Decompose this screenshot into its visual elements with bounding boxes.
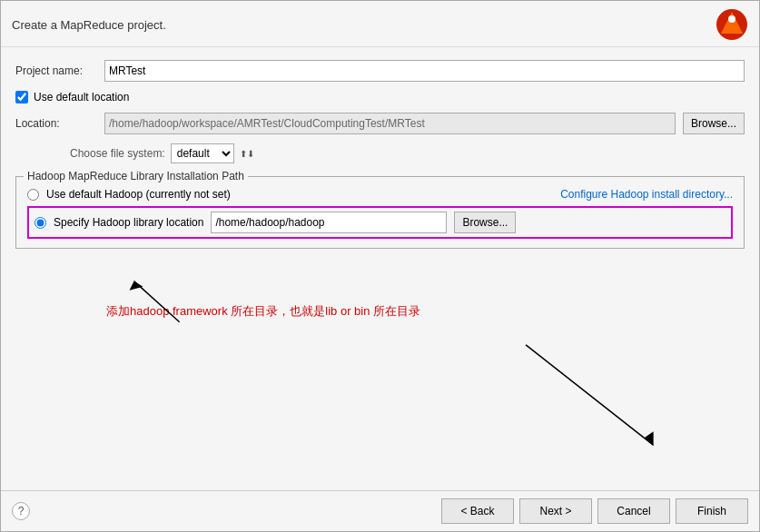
use-default-hadoop-label: Use default Hadoop (currently not set) [46,188,553,201]
radio-specify-hadoop-row: Specify Hadoop library location Browse..… [27,206,733,239]
location-input [104,113,676,134]
footer-buttons: < Back Next > Cancel Finish [441,498,748,524]
filesystem-label: Choose file system: [70,147,165,160]
filesystem-select[interactable]: default hdfs s3 [171,143,234,163]
dialog-footer: ? < Back Next > Cancel Finish [1,490,759,531]
dialog-title: Create a MapReduce project. [12,18,166,32]
location-label: Location: [15,117,97,130]
project-name-input[interactable] [104,60,745,82]
default-location-row: Use default location [15,91,745,103]
use-default-location-label: Use default location [34,91,129,103]
browse-location-button[interactable]: Browse... [683,113,745,134]
use-default-location-checkbox[interactable] [15,91,28,103]
finish-button[interactable]: Finish [676,498,748,524]
project-name-label: Project name: [15,64,97,77]
specify-hadoop-label: Specify Hadoop library location [54,216,203,229]
help-button[interactable]: ? [12,502,30,520]
footer-left: ? [12,502,30,520]
hadoop-path-input[interactable] [211,212,447,233]
dialog-header: Create a MapReduce project. [1,1,759,47]
svg-marker-4 [129,281,143,291]
annotation-arrows [15,267,745,478]
svg-line-5 [526,345,654,445]
group-title: Hadoop MapReduce Library Installation Pa… [24,170,248,182]
project-name-row: Project name: [15,60,745,82]
hadoop-logo-icon [716,8,748,41]
radio-default-hadoop-row: Use default Hadoop (currently not set) C… [27,184,733,204]
back-button[interactable]: < Back [441,498,514,524]
svg-marker-6 [645,431,654,445]
filesystem-spinner-icon: ⬆⬇ [240,149,254,159]
location-row: Location: Browse... [15,113,745,134]
configure-hadoop-link[interactable]: Configure Hadoop install directory... [560,188,733,201]
next-button[interactable]: Next > [519,498,592,524]
cancel-button[interactable]: Cancel [597,498,670,524]
annotation-text: 添加hadoop framework 所在目录，也就是lib or bin 所在… [106,303,420,320]
create-mapreduce-dialog: Create a MapReduce project. Project name… [0,0,760,532]
svg-point-2 [728,15,735,23]
dialog-content: Project name: Use default location Locat… [1,47,759,490]
specify-hadoop-radio[interactable] [35,217,46,229]
annotation-area: 添加hadoop framework 所在目录，也就是lib or bin 所在… [15,267,745,478]
use-default-hadoop-radio[interactable] [27,189,39,201]
filesystem-row: Choose file system: default hdfs s3 ⬆⬇ [15,143,745,163]
hadoop-library-group: Hadoop MapReduce Library Installation Pa… [15,176,745,249]
browse-hadoop-button[interactable]: Browse... [454,212,516,233]
